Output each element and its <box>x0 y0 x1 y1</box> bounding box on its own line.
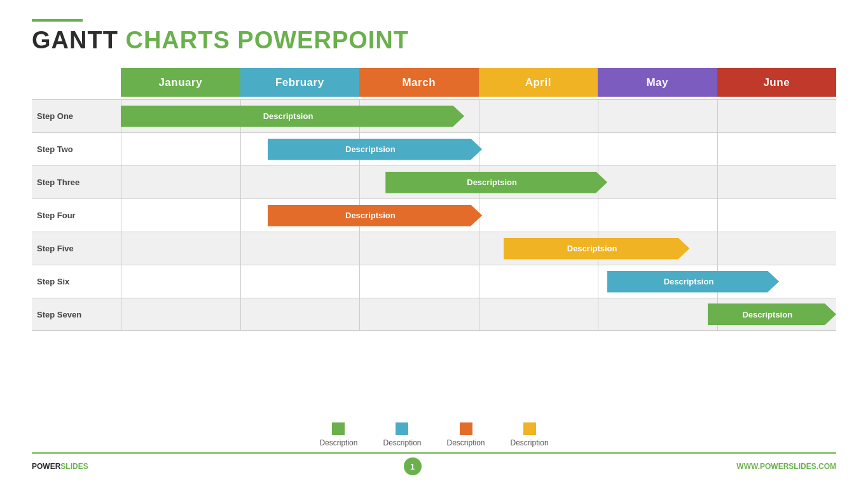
gantt-bar-4: Descriptsion <box>504 238 690 260</box>
month-col-0 <box>121 265 240 298</box>
month-col-1 <box>240 232 360 265</box>
title-green: CHARTS POWERPOINT <box>125 27 409 53</box>
row-label-5: Step Six <box>32 277 121 286</box>
legend: DescriptionDescriptionDescriptionDescrip… <box>32 422 836 447</box>
row-cells-6: Descriptsion <box>121 298 836 330</box>
legend-label-0: Description <box>319 438 357 447</box>
month-col-0 <box>121 232 240 265</box>
month-col-0 <box>121 298 240 330</box>
legend-color-3 <box>523 422 536 435</box>
month-col-0 <box>121 133 240 165</box>
header-accent-line <box>32 19 83 22</box>
legend-label-1: Description <box>383 438 421 447</box>
month-col-2 <box>359 265 479 298</box>
month-header-june: June <box>717 68 837 97</box>
month-col-3 <box>479 133 598 165</box>
footer-brand-bold: POWER <box>32 462 60 471</box>
month-col-1 <box>240 265 360 298</box>
row-cells-3: Descriptsion <box>121 199 836 232</box>
month-header-row: JanuaryFebruaryMarchAprilMayJune <box>121 68 836 97</box>
legend-label-3: Description <box>511 438 549 447</box>
page-number: 1 <box>404 457 422 475</box>
month-col-5 <box>717 166 837 199</box>
page: GANTT CHARTS POWERPOINT JanuaryFebruaryM… <box>0 0 868 488</box>
legend-item-2: Description <box>447 422 485 447</box>
row-cells-4: Descriptsion <box>121 232 836 265</box>
header: GANTT CHARTS POWERPOINT <box>32 19 836 52</box>
gantt-body: Step OneDescriptsionStep TwoDescriptsion… <box>32 99 836 331</box>
month-col-5 <box>717 133 837 165</box>
gantt-bar-3: Descriptsion <box>268 205 483 227</box>
legend-label-2: Description <box>447 438 485 447</box>
legend-color-0 <box>332 422 345 435</box>
month-header-march: March <box>359 68 479 97</box>
row-cells-2: Descriptsion <box>121 166 836 199</box>
row-label-2: Step Three <box>32 178 121 187</box>
row-label-3: Step Four <box>32 211 121 220</box>
month-header-february: February <box>240 68 360 97</box>
gantt-bar-5: Descriptsion <box>607 271 779 293</box>
gantt-row-5: Step SixDescriptsion <box>32 265 836 298</box>
month-col-3 <box>479 298 598 330</box>
gantt-bar-0: Descriptsion <box>121 106 464 127</box>
chart-container: JanuaryFebruaryMarchAprilMayJune Step On… <box>32 68 836 411</box>
footer-brand-colored: SLIDES <box>60 462 88 471</box>
page-title: GANTT CHARTS POWERPOINT <box>32 28 836 52</box>
month-header-april: April <box>479 68 598 97</box>
month-col-0 <box>121 166 240 199</box>
row-label-1: Step Two <box>32 144 121 154</box>
row-label-4: Step Five <box>32 244 121 253</box>
gantt-row-6: Step SevenDescriptsion <box>32 298 836 331</box>
month-col-5 <box>717 199 837 232</box>
gantt-bar-6: Descriptsion <box>708 303 837 325</box>
legend-item-3: Description <box>511 422 549 447</box>
row-cells-0: Descriptsion <box>121 100 836 132</box>
month-col-5 <box>717 232 837 265</box>
month-col-1 <box>240 298 360 330</box>
month-col-5 <box>717 100 837 132</box>
gantt-row-4: Step FiveDescriptsion <box>32 232 836 265</box>
gantt-row-2: Step ThreeDescriptsion <box>32 165 836 199</box>
gantt-bar-2: Descriptsion <box>385 172 607 193</box>
gantt-row-0: Step OneDescriptsion <box>32 99 836 132</box>
legend-item-0: Description <box>319 422 357 447</box>
gantt-row-3: Step FourDescriptsion <box>32 199 836 232</box>
month-col-2 <box>359 232 479 265</box>
month-col-3 <box>479 199 598 232</box>
legend-color-2 <box>460 422 472 435</box>
gantt-bar-1: Descriptsion <box>268 139 483 160</box>
month-header-may: May <box>598 68 717 97</box>
month-col-1 <box>240 166 360 199</box>
month-col-0 <box>121 199 240 232</box>
month-col-4 <box>598 298 717 330</box>
month-header-january: January <box>121 68 240 97</box>
legend-color-1 <box>396 422 408 435</box>
month-col-3 <box>479 265 598 298</box>
month-col-3 <box>479 100 598 132</box>
month-col-4 <box>598 199 717 232</box>
month-col-4 <box>598 133 717 165</box>
footer-brand: POWERSLIDES <box>32 462 88 471</box>
footer: POWERSLIDES 1 WWW.POWERSLIDES.COM <box>32 452 836 475</box>
footer-url: WWW.POWERSLIDES.COM <box>736 462 836 471</box>
row-label-0: Step One <box>32 111 121 121</box>
month-col-4 <box>598 100 717 132</box>
month-col-4 <box>598 166 717 199</box>
legend-item-1: Description <box>383 422 421 447</box>
row-label-6: Step Seven <box>32 310 121 319</box>
gantt-row-1: Step TwoDescriptsion <box>32 132 836 165</box>
month-col-2 <box>359 298 479 330</box>
row-cells-1: Descriptsion <box>121 133 836 165</box>
title-dark: GANTT <box>32 27 118 53</box>
row-cells-5: Descriptsion <box>121 265 836 298</box>
